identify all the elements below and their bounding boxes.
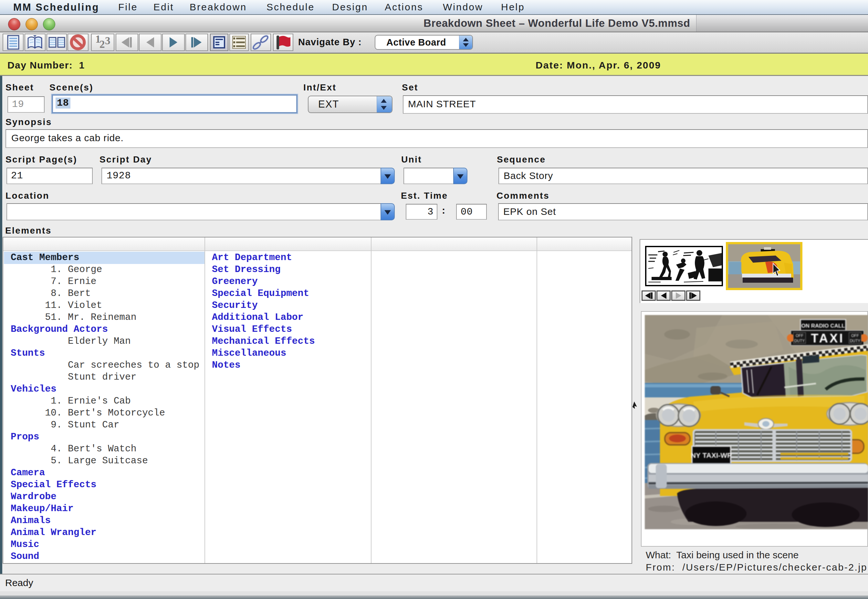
svg-text:DUTY: DUTY <box>850 339 860 343</box>
svg-text:ON RADIO CALL: ON RADIO CALL <box>801 323 845 329</box>
svg-text:OFF: OFF <box>851 333 859 338</box>
svg-text:OFF: OFF <box>796 333 803 338</box>
svg-text:DUTY: DUTY <box>794 339 805 343</box>
svg-text:NY TAXI-WP: NY TAXI-WP <box>690 452 732 459</box>
svg-text:TAXI: TAXI <box>811 331 844 345</box>
